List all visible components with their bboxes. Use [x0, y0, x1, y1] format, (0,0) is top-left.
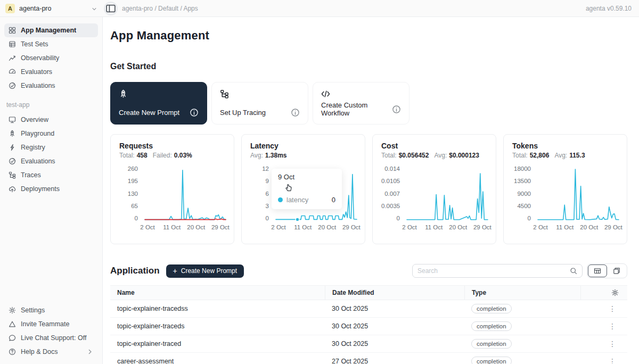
y-tick-label: 9000	[512, 191, 531, 197]
sidebar-item-evaluators[interactable]: Evaluators	[4, 65, 98, 79]
chart-card-tokens: TokensTotal:52,806Avg:115.31800013500900…	[503, 134, 627, 244]
y-axis-ticks: 0.0140.01050.0070.00350	[381, 166, 405, 221]
sidebar-footer-item-live-chat-support-off[interactable]: Live Chat Support: Off	[4, 331, 98, 345]
card-view-button[interactable]	[607, 264, 626, 277]
active-data-point	[296, 218, 299, 221]
y-tick-label: 195	[119, 178, 138, 184]
chart-line-svg[interactable]	[405, 166, 490, 221]
y-tick-label: 18000	[512, 166, 531, 172]
y-tick-label: 0	[250, 216, 269, 221]
workspace-switcher[interactable]: A agenta-pro	[0, 4, 103, 13]
x-tick-label: 11 Oct	[163, 224, 181, 230]
y-tick-label: 12	[250, 166, 269, 172]
kebab-menu-icon[interactable]: ⋮	[609, 304, 617, 313]
x-axis-ticks: 2 Oct11 Oct20 Oct29 Oct	[536, 224, 624, 232]
sidebar-item-label: App Management	[21, 27, 76, 34]
cell-date-modified: 30 Oct 2025	[325, 305, 464, 312]
info-icon	[392, 105, 401, 114]
sidebar-app-item-registry[interactable]: Registry	[4, 140, 98, 154]
chart-line-svg[interactable]	[536, 166, 621, 221]
x-axis-ticks: 2 Oct11 Oct20 Oct29 Oct	[274, 224, 362, 232]
get-started-cards: Create New PromptSet Up TracingCreate Cu…	[110, 82, 627, 125]
sidebar-item-label: Evaluators	[21, 68, 52, 76]
code-icon	[321, 89, 401, 98]
observability-icon	[9, 54, 16, 62]
type-badge: completion	[471, 321, 512, 331]
topbar: A agenta-pro agenta-pro / Default / Apps…	[0, 0, 639, 17]
sidebar-app-item-evaluations[interactable]: Evaluations	[4, 154, 98, 168]
kebab-menu-icon[interactable]: ⋮	[609, 322, 617, 330]
y-tick-label: 13500	[512, 178, 531, 184]
x-tick-label: 2 Oct	[140, 224, 154, 230]
column-header-name[interactable]: Name	[110, 286, 325, 300]
chart-plot-area: 260195130650	[119, 166, 231, 221]
table-row[interactable]: topic-explainer-traceds30 Oct 2025comple…	[110, 318, 627, 335]
x-tick-label: 11 Oct	[556, 224, 574, 230]
sidebar-item-label: Registry	[21, 144, 45, 151]
column-header-type[interactable]: Type	[464, 286, 580, 300]
x-tick-label: 29 Oct	[604, 224, 622, 230]
cell-name: career-assessment	[110, 358, 325, 364]
column-header-date-modified[interactable]: Date Modified	[325, 286, 464, 300]
x-tick-label: 29 Oct	[473, 224, 491, 230]
sidebar-item-evaluations[interactable]: Evaluations	[4, 79, 98, 93]
sidebar-toggle-button[interactable]	[104, 2, 118, 15]
chart-plot-area: 0.0140.01050.0070.00350	[381, 166, 493, 221]
tooltip-date: 9 Oct	[278, 173, 335, 181]
table-row[interactable]: topic-explainer-tracedss30 Oct 2025compl…	[110, 300, 627, 318]
x-tick-label: 11 Oct	[294, 224, 312, 230]
search-input[interactable]	[417, 267, 570, 275]
column-settings[interactable]	[580, 286, 627, 300]
sidebar-footer-item-help-docs[interactable]: Help & Docs	[4, 345, 98, 359]
sidebar-app-item-deployments[interactable]: Deployments	[4, 182, 98, 196]
table-row[interactable]: topic-explainer-traced30 Oct 2025complet…	[110, 335, 627, 353]
sidebar-item-app-management[interactable]: App Management	[4, 23, 98, 37]
kebab-menu-icon[interactable]: ⋮	[609, 340, 617, 348]
sidebar-app-group: OverviewPlaygroundRegistryEvaluationsTra…	[4, 113, 98, 196]
tooltip-series-dot	[278, 197, 283, 202]
chart-title: Latency	[250, 142, 362, 150]
x-tick-label: 20 Oct	[449, 224, 467, 230]
x-tick-label: 20 Oct	[318, 224, 336, 230]
evaluations-icon	[9, 82, 16, 89]
y-tick-label: 260	[119, 166, 138, 172]
table-row[interactable]: career-assessment27 Oct 2025completion⋮	[110, 353, 627, 364]
search-icon[interactable]	[570, 267, 577, 275]
sidebar-app-item-overview[interactable]: Overview	[4, 113, 98, 127]
tooltip-series-name: latency	[286, 196, 308, 204]
get-started-card-set-up-tracing[interactable]: Set Up Tracing	[211, 82, 308, 125]
sidebar-item-observability[interactable]: Observability	[4, 51, 98, 65]
cell-actions: ⋮	[580, 322, 627, 330]
sidebar-item-label: Test Sets	[21, 40, 48, 48]
kebab-menu-icon[interactable]: ⋮	[609, 357, 617, 364]
chart-title: Requests	[119, 142, 231, 150]
chart-line-svg[interactable]	[143, 166, 228, 221]
y-tick-label: 0.014	[381, 166, 400, 172]
sidebar-item-label: Evaluations	[21, 82, 55, 89]
view-toggle	[587, 263, 627, 278]
card-label: Set Up Tracing	[220, 109, 266, 117]
sidebar-footer-item-invite-teammate[interactable]: Invite Teammate	[4, 317, 98, 331]
sidebar-app-item-playground[interactable]: Playground	[4, 127, 98, 140]
get-started-card-create-custom-workflow[interactable]: Create Custom Workflow	[313, 82, 409, 125]
invite-icon	[9, 320, 16, 328]
tooltip-series-value: 0	[332, 196, 335, 204]
sidebar-footer-item-settings[interactable]: Settings	[4, 303, 98, 317]
table-view-button[interactable]	[588, 264, 607, 277]
y-tick-label: 0	[512, 216, 531, 221]
info-icon	[291, 108, 300, 117]
plus-icon: +	[173, 267, 177, 275]
y-tick-label: 4500	[512, 203, 531, 209]
sidebar-item-test-sets[interactable]: Test Sets	[4, 37, 98, 51]
create-new-prompt-button[interactable]: + Create New Prompt	[166, 264, 244, 278]
sidebar-app-item-traces[interactable]: Traces	[4, 168, 98, 182]
get-started-card-create-new-prompt[interactable]: Create New Prompt	[110, 82, 207, 125]
cell-date-modified: 30 Oct 2025	[325, 322, 464, 330]
gear-icon	[611, 289, 619, 296]
page-title: App Management	[110, 29, 627, 43]
x-tick-label: 20 Oct	[580, 224, 598, 230]
series-tokens	[538, 169, 619, 220]
chart-stats: Total:458Failed:0.03%	[119, 152, 231, 159]
x-tick-label: 2 Oct	[271, 224, 285, 230]
cell-type: completion	[464, 339, 580, 349]
